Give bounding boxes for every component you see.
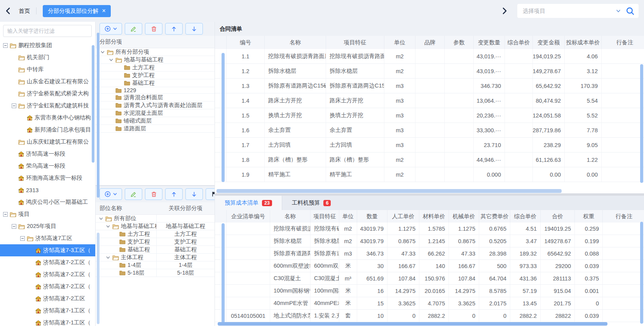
budget-cell[interactable] <box>227 260 270 272</box>
budget-cell[interactable] <box>227 223 270 235</box>
tree-item[interactable]: 新邦涌金门总承包项目 <box>0 124 95 136</box>
contract-cell[interactable]: m3 <box>384 79 415 93</box>
position-scrollbar[interactable] <box>97 233 99 324</box>
budget-cell[interactable]: 2882.2 <box>419 310 449 322</box>
caret-down-icon[interactable] <box>106 224 110 229</box>
budget-cell[interactable]: 0.5205 <box>479 235 510 247</box>
position-row[interactable]: 地基与基础工程地基与基础工程 <box>96 223 215 230</box>
budget-cell[interactable]: 201.75 <box>541 297 575 309</box>
breakdown-tree-item[interactable]: 支护工程 <box>96 72 215 79</box>
budget-cell[interactable]: 0.001 <box>575 285 603 297</box>
caret-down-icon[interactable] <box>106 255 110 260</box>
contract-cell[interactable]: 44,946.··· <box>474 152 505 167</box>
contract-cell[interactable]: 13,064.··· <box>474 93 505 108</box>
budget-cell[interactable]: 米 <box>339 285 357 297</box>
tree-item[interactable]: 2313 <box>0 184 95 196</box>
position-name-cell[interactable]: 主体工程 <box>96 254 157 261</box>
contract-cell[interactable]: 1.8 <box>227 152 265 167</box>
contract-cell[interactable] <box>445 108 474 123</box>
budget-cell[interactable]: 米 <box>339 297 357 309</box>
contract-cell[interactable]: 换填土方开挖 <box>265 108 326 123</box>
contract-cell[interactable]: 1.3 <box>227 79 265 93</box>
contract-cell[interactable] <box>445 79 474 93</box>
add-button[interactable] <box>99 188 122 200</box>
contract-cell[interactable]: 路床土方开挖 <box>326 93 384 108</box>
position-row[interactable]: 5-18层5-18层 <box>96 269 215 277</box>
budget-cell[interactable]: 3.47 <box>510 235 541 247</box>
budget-cell[interactable]: 1.1275 <box>387 223 419 235</box>
linked-breakdown-cell[interactable]: 主体工程 <box>157 254 215 261</box>
contract-cell[interactable]: 余土弃置 <box>265 123 326 137</box>
position-name-cell[interactable]: 所有部位 <box>96 215 157 222</box>
contract-cell[interactable] <box>602 79 644 93</box>
budget-cell[interactable]: 189.32 <box>510 247 541 259</box>
contract-cell[interactable]: 拆除原有道路两边C15砼 <box>326 79 384 93</box>
contract-row[interactable]: 1.9精平施工精平施工m20.0000.000.00 <box>215 167 644 182</box>
row-gutter-cell[interactable] <box>215 138 227 152</box>
budget-cell[interactable] <box>603 272 644 284</box>
breakdown-tree-item[interactable]: 沥青贯入式与沥青表面处治面层 <box>96 102 215 109</box>
budget-cell[interactable]: 0 <box>387 310 419 322</box>
row-gutter-cell[interactable] <box>215 310 227 322</box>
contract-cell[interactable]: 20,236.··· <box>474 108 505 123</box>
contract-cell[interactable] <box>505 138 533 152</box>
budget-cell[interactable]: 47.33 <box>449 247 479 259</box>
budget-cell[interactable]: 100mm国标钢管 <box>270 285 311 297</box>
tab-close-icon[interactable]: × <box>102 8 106 14</box>
contract-cell[interactable]: m2 <box>384 152 415 167</box>
budget-row[interactable]: 100mm国标钢管100mm国标钢管米1614.297520.016514.29… <box>215 285 644 297</box>
budget-cell[interactable]: 0.039 <box>575 260 603 272</box>
row-gutter-cell[interactable] <box>215 247 227 259</box>
budget-cell[interactable] <box>227 297 270 309</box>
contract-cell[interactable] <box>505 93 533 108</box>
row-gutter-cell[interactable] <box>215 79 227 93</box>
contract-cell[interactable]: 1.9 <box>227 167 265 182</box>
contract-cell[interactable]: m3 <box>384 108 415 123</box>
expander-icon[interactable] <box>12 103 16 108</box>
budget-cell[interactable]: 150.976 <box>419 272 449 284</box>
tree-item[interactable]: 济邹高速7-3工区（ <box>0 244 95 256</box>
budget-cell[interactable]: 拆除水稳层 <box>270 235 311 247</box>
budget-cell[interactable]: 1.1275 <box>449 223 479 235</box>
expander-icon[interactable] <box>20 236 25 241</box>
contract-cell[interactable] <box>415 79 445 93</box>
contract-cell[interactable] <box>505 152 533 167</box>
budget-cell[interactable]: 0.259 <box>575 223 603 235</box>
contract-cell[interactable] <box>602 138 644 152</box>
contract-cell[interactable] <box>602 167 644 182</box>
budget-cell[interactable]: 431.36 <box>510 272 541 284</box>
contract-cell[interactable]: 1.5 <box>227 108 265 123</box>
budget-cell[interactable]: 651.69 <box>357 272 387 284</box>
tree-item[interactable]: 济邹高速7-1工区（ <box>0 317 95 326</box>
tree-item[interactable]: 济邹高速7-2工区（ <box>0 280 95 293</box>
budget-right-scrollbar[interactable] <box>640 222 643 324</box>
row-gutter-cell[interactable] <box>215 167 227 182</box>
budget-cell[interactable]: 600mm双壁波纹管 <box>311 260 339 272</box>
contract-cell[interactable] <box>505 49 533 63</box>
budget-cell[interactable]: 10 <box>357 310 387 322</box>
tree-item[interactable]: 济宁金虹装配式建筑科技 <box>0 100 95 112</box>
contract-cell[interactable]: 1.4 <box>227 93 265 108</box>
contract-cell[interactable]: 170.39 <box>565 79 602 93</box>
budget-cell[interactable]: 0.088 <box>575 247 603 259</box>
contract-cell[interactable] <box>415 152 445 167</box>
contract-cell[interactable] <box>505 108 533 123</box>
contract-cell[interactable]: 80,474.92 <box>533 93 565 108</box>
budget-cell[interactable]: 194019.25 <box>541 223 575 235</box>
position-name-cell[interactable]: 土方工程 <box>96 230 157 238</box>
budget-cell[interactable]: 20.0165 <box>419 285 449 297</box>
budget-cell[interactable]: 1.5785 <box>419 223 449 235</box>
contract-cell[interactable]: 0.00 <box>565 167 602 182</box>
contract-cell[interactable]: 124,051.58 <box>533 108 565 123</box>
budget-cell[interactable]: 140 <box>419 260 449 272</box>
contract-left-scrollbar[interactable] <box>222 53 225 182</box>
contract-cell[interactable]: 43,019.··· <box>474 64 505 78</box>
row-gutter-cell[interactable] <box>215 260 227 272</box>
budget-cell[interactable]: m2 <box>339 223 357 235</box>
budget-cell[interactable]: m3 <box>339 247 357 259</box>
contract-cell[interactable]: 1.2 <box>227 64 265 78</box>
budget-cell[interactable]: 915.04 <box>541 285 575 297</box>
budget-cell[interactable]: 3.3625 <box>387 297 419 309</box>
budget-cell[interactable]: 65642.92 <box>541 247 575 259</box>
contract-cell[interactable]: 61,126.63 <box>533 152 565 167</box>
